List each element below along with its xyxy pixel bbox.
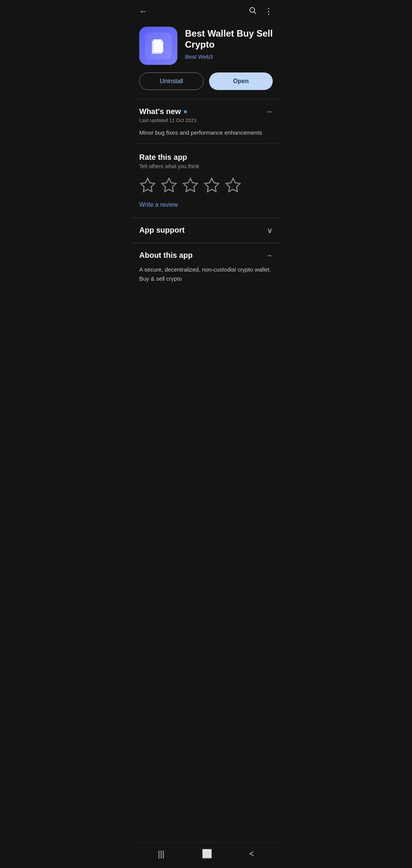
star-3[interactable] bbox=[182, 177, 199, 194]
svg-marker-3 bbox=[141, 178, 155, 191]
whats-new-section: What's new → Last updated 11 Oct 2023 Mi… bbox=[132, 100, 280, 143]
whats-new-date: Last updated 11 Oct 2023 bbox=[139, 117, 273, 123]
star-2[interactable] bbox=[161, 177, 177, 194]
star-1[interactable] bbox=[139, 177, 156, 194]
app-developer[interactable]: Best Web3 bbox=[185, 53, 273, 60]
about-section: About this app → A secure, decentralized… bbox=[132, 243, 280, 289]
rate-section: Rate this app Tell others what you think bbox=[132, 144, 280, 217]
stars-row bbox=[139, 177, 273, 194]
app-icon bbox=[139, 27, 177, 65]
svg-point-0 bbox=[250, 8, 255, 13]
new-indicator-dot bbox=[184, 110, 187, 113]
rate-subtitle: Tell others what you think bbox=[139, 163, 273, 169]
star-5[interactable] bbox=[225, 177, 241, 194]
action-buttons: Uninstall Open bbox=[132, 72, 280, 99]
app-support-row[interactable]: App support ∨ bbox=[139, 226, 273, 235]
app-title: Best Wallet Buy Sell Crypto bbox=[185, 28, 273, 50]
back-icon[interactable]: ← bbox=[139, 6, 148, 16]
about-title: About this app bbox=[139, 251, 193, 260]
search-icon[interactable] bbox=[248, 6, 257, 17]
whats-new-title-group: What's new bbox=[139, 107, 187, 116]
about-arrow-icon[interactable]: → bbox=[265, 251, 273, 260]
rate-title: Rate this app bbox=[139, 153, 273, 162]
about-row[interactable]: About this app → bbox=[139, 251, 273, 260]
app-header: Best Wallet Buy Sell Crypto Best Web3 bbox=[132, 21, 280, 72]
uninstall-button[interactable]: Uninstall bbox=[139, 72, 204, 90]
whats-new-content: Minor bug fixes and performance enhancem… bbox=[139, 129, 273, 137]
whats-new-arrow-icon[interactable]: → bbox=[265, 107, 273, 116]
svg-line-1 bbox=[254, 12, 256, 13]
svg-marker-6 bbox=[205, 178, 219, 191]
more-options-icon[interactable]: ⋮ bbox=[264, 6, 273, 16]
write-review-link[interactable]: Write a review bbox=[139, 201, 178, 208]
svg-marker-7 bbox=[226, 178, 240, 191]
about-content: A secure, decentralized, non-custodial c… bbox=[139, 265, 273, 283]
app-support-section: App support ∨ bbox=[132, 218, 280, 243]
whats-new-header-row[interactable]: What's new → bbox=[139, 107, 273, 116]
star-4[interactable] bbox=[203, 177, 220, 194]
app-support-title: App support bbox=[139, 226, 185, 235]
app-support-chevron-icon[interactable]: ∨ bbox=[267, 226, 273, 235]
svg-marker-4 bbox=[162, 178, 176, 191]
whats-new-title: What's new bbox=[139, 107, 181, 116]
top-navigation: ← ⋮ bbox=[132, 0, 280, 21]
app-title-section: Best Wallet Buy Sell Crypto Best Web3 bbox=[185, 27, 273, 60]
svg-marker-5 bbox=[183, 178, 198, 191]
open-button[interactable]: Open bbox=[209, 72, 273, 90]
